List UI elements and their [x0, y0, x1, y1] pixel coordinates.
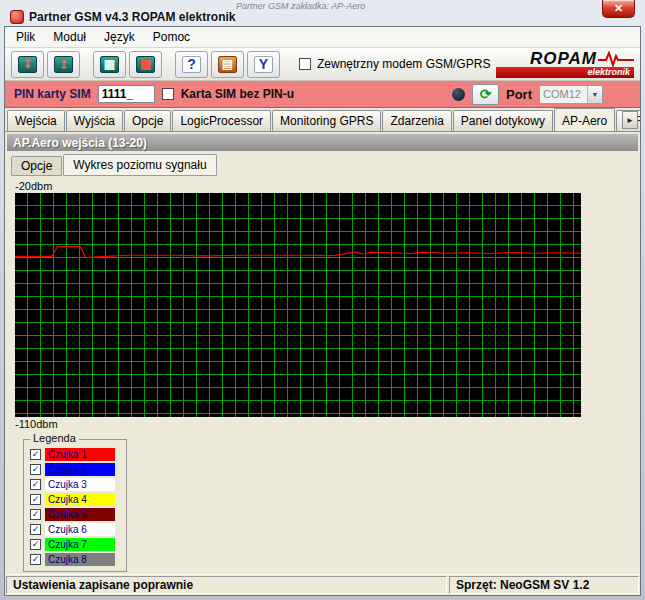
legend-row: ✓ Czujka 2 [30, 463, 120, 476]
section-header: AP.Aero wejścia (13-20) [7, 134, 638, 151]
upload-icon: ↥ [54, 56, 73, 73]
external-modem-label: Zewnętrzny modem GSM/GPRS [317, 57, 490, 71]
chip-icon: ▤ [218, 56, 237, 73]
monitor-alert-icon: ▦ [136, 56, 155, 73]
tab-bar: Wejścia Wyjścia Opcje LogicProcessor Mon… [5, 108, 640, 132]
tab-ap-aero[interactable]: AP-Aero [554, 108, 615, 132]
legend-checkbox-7[interactable]: ✓ [30, 539, 41, 550]
legend-row: ✓ Czujka 6 [30, 523, 120, 536]
legend-color-label-2: Czujka 2 [45, 463, 115, 476]
legend-color-label-6: Czujka 6 [45, 523, 115, 536]
chart-top-label: -20dbm [15, 180, 638, 192]
client-area: Plik Moduł Język Pomoc ↧ ↥ ▦ ▦ ? ▤ Y Zew… [4, 26, 641, 596]
app-icon [10, 10, 24, 24]
tab-wejscia[interactable]: Wejścia [7, 110, 65, 131]
connection-led-icon [452, 88, 465, 101]
status-message: Ustawienia zapisane poprawnie [6, 576, 447, 594]
content-panel: AP.Aero wejścia (13-20) Opcje Wykres poz… [5, 132, 640, 574]
write-settings-button[interactable]: ↥ [47, 51, 80, 78]
chart-bottom-label: -110dbm [15, 418, 638, 430]
help-button[interactable]: ? [175, 51, 208, 78]
legend-color-label-8: Czujka 8 [45, 553, 115, 566]
menubar: Plik Moduł Język Pomoc [5, 27, 640, 48]
legend-color-label-1: Czujka 1 [45, 448, 115, 461]
monitor-button[interactable]: ▦ [129, 51, 162, 78]
legend-row: ✓ Czujka 5 [30, 508, 120, 521]
monitor-icon: ▦ [100, 56, 119, 73]
tab-logicprocessor[interactable]: LogicProcessor [172, 110, 271, 131]
menu-plik[interactable]: Plik [7, 27, 44, 47]
legend-checkbox-5[interactable]: ✓ [30, 509, 41, 520]
legend-row: ✓ Czujka 1 [30, 448, 120, 461]
port-select-value: COM12 [540, 88, 587, 100]
menu-pomoc[interactable]: Pomoc [144, 27, 199, 47]
close-button[interactable]: ✕ [602, 0, 635, 18]
legend-row: ✓ Czujka 4 [30, 493, 120, 506]
no-pin-checkbox[interactable] [162, 88, 174, 100]
refresh-icon: ⟳ [480, 86, 492, 102]
legend-checkbox-4[interactable]: ✓ [30, 494, 41, 505]
background-window-text: Partner GSM zakładka: AP-Aero [236, 1, 365, 11]
status-hardware: Sprzęt: NeoGSM SV 1.2 [449, 576, 639, 594]
tab-wyjscia[interactable]: Wyjścia [66, 110, 123, 131]
legend-checkbox-3[interactable]: ✓ [30, 479, 41, 490]
external-modem-group: Zewnętrzny modem GSM/GPRS [299, 57, 490, 71]
legend-box: Legenda ✓ Czujka 1 ✓ Czujka 2 ✓ Czujka 3… [23, 439, 127, 572]
legend-color-label-5: Czujka 5 [45, 508, 115, 521]
pin-label: PIN karty SIM [14, 87, 91, 101]
update-button[interactable]: ▤ [211, 51, 244, 78]
legend-row: ✓ Czujka 3 [30, 478, 120, 491]
no-pin-label: Karta SIM bez PIN-u [181, 87, 294, 101]
signal-line [15, 247, 581, 258]
legend-title: Legenda [30, 432, 79, 444]
legend-checkbox-8[interactable]: ✓ [30, 554, 41, 565]
toolbar: ↧ ↥ ▦ ▦ ? ▤ Y Zewnętrzny modem GSM/GPRS … [5, 48, 640, 81]
legend-row: ✓ Czujka 7 [30, 538, 120, 551]
tab-scroll-right-button[interactable]: ► [622, 111, 638, 129]
antenna-button[interactable]: Y [247, 51, 280, 78]
legend-checkbox-2[interactable]: ✓ [30, 464, 41, 475]
port-group: ⟳ Port COM12 ▼ [452, 84, 603, 105]
pin-input[interactable] [98, 85, 155, 103]
tab-monitoring-gprs[interactable]: Monitoring GPRS [272, 110, 381, 131]
tab-opcje[interactable]: Opcje [124, 110, 171, 131]
legend-color-label-3: Czujka 3 [45, 478, 115, 491]
legend-row: ✓ Czujka 8 [30, 553, 120, 566]
menu-jezyk[interactable]: Język [95, 27, 144, 47]
external-modem-checkbox[interactable] [299, 58, 311, 70]
pin-bar: PIN karty SIM Karta SIM bez PIN-u ⟳ Port… [5, 81, 640, 108]
window-title: Partner GSM v4.3 ROPAM elektronik [29, 10, 236, 24]
logo-text: ROPAM [530, 50, 597, 67]
logo-pulse-icon [598, 51, 634, 67]
legend-color-label-7: Czujka 7 [45, 538, 115, 551]
antenna-icon: Y [254, 56, 273, 73]
read-settings-button[interactable]: ↧ [11, 51, 44, 78]
port-label: Port [506, 87, 532, 102]
app-window: Partner GSM zakładka: AP-Aero Partner GS… [0, 0, 645, 600]
download-icon: ↧ [18, 56, 37, 73]
subtab-bar: Opcje Wykres poziomu sygnału [11, 154, 638, 176]
tab-panel-dotykowy[interactable]: Panel dotykowy [453, 110, 553, 131]
help-icon: ? [182, 56, 201, 73]
legend-checkbox-6[interactable]: ✓ [30, 524, 41, 535]
legend-color-label-4: Czujka 4 [45, 493, 115, 506]
subtab-wykres[interactable]: Wykres poziomu sygnału [63, 154, 216, 176]
subtab-opcje[interactable]: Opcje [11, 156, 62, 176]
menu-modul[interactable]: Moduł [44, 27, 95, 47]
legend-checkbox-1[interactable]: ✓ [30, 449, 41, 460]
tab-zdarzenia[interactable]: Zdarzenia [382, 110, 451, 131]
logo-subtitle: elektronik [496, 67, 634, 78]
ropam-logo: ROPAM elektronik [496, 50, 634, 78]
refresh-ports-button[interactable]: ⟳ [472, 84, 499, 105]
signal-chart [15, 193, 581, 417]
chevron-down-icon: ▼ [587, 86, 602, 103]
port-select[interactable]: COM12 ▼ [539, 85, 603, 104]
status-bar: Ustawienia zapisane poprawnie Sprzęt: Ne… [5, 574, 640, 595]
chart-svg [15, 193, 581, 417]
preview-button[interactable]: ▦ [93, 51, 126, 78]
